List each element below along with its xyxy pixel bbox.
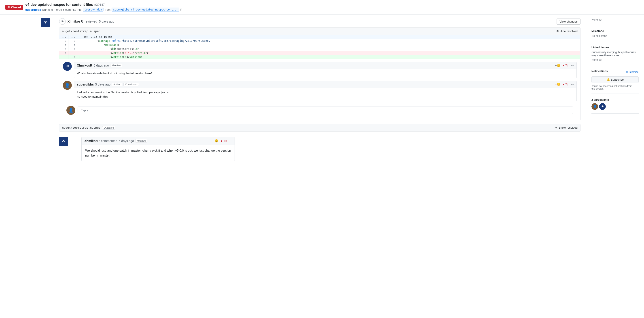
diff-file-header: nuget/bootstrap.nuspec ❄ Hide resolved (59, 28, 580, 35)
reply-input[interactable]: Reply... (78, 107, 573, 114)
diff-file-name: nuget/bootstrap.nuspec (62, 29, 100, 33)
comment2-body: supergibbs 5 days ago Author Contributor… (74, 81, 577, 101)
reply-avatar: 👤 (66, 106, 75, 115)
from-label: from (105, 8, 110, 11)
comment2-author[interactable]: supergibbs (77, 83, 94, 86)
comment1-more-btn[interactable]: ··· (571, 63, 574, 67)
source-branch[interactable]: supergibbs:v4-dev-updated-nuspec-cont... (112, 7, 179, 12)
sidebar-participants-label: 2 participants (592, 98, 639, 101)
comment1-author[interactable]: XhmikosR (77, 64, 92, 67)
comment2-avatar: 👤 (63, 81, 72, 90)
notif-text: You're not receiving notifications fromt… (592, 85, 639, 90)
sidebar-customize-link[interactable]: Customize (626, 71, 639, 74)
sidebar-none-yet-top: None yet (592, 18, 639, 25)
pr-number: #30147 (94, 3, 105, 6)
diff-comment-thread: 👁 XhmikosR 5 days ago Member +😊 (59, 59, 580, 120)
diff-hunk-header: @@ -2,16 +2,16 @@ (82, 35, 580, 39)
comment1-emoji-btn[interactable]: +😊 (555, 64, 560, 67)
bottom-comment-emoji-btn[interactable]: +😊 (213, 139, 218, 143)
reviewer-name[interactable]: XhmikosR (68, 20, 83, 23)
diff-comment-2: 👤 supergibbs 5 days ago Author Contribut… (63, 81, 577, 101)
comment2-actions: +😊 ▲ Tip ··· (555, 82, 574, 86)
participant-1-avatar: 👤 (592, 103, 598, 110)
outdated-tag: Outdated (102, 126, 116, 130)
review-header: 👁 XhmikosR reviewed 5 days ago View chan… (59, 18, 580, 25)
sidebar-notifications: Notifications Customize 🔔 Subscribe You'… (592, 70, 639, 94)
participants-row: 👤 👁 (592, 103, 639, 110)
bottom-comment-avatar: 👁 (59, 137, 68, 146)
pr-author[interactable]: supergibbs (25, 8, 41, 11)
comment1-time: 5 days ago (94, 64, 109, 67)
review-block: 👁 XhmikosR reviewed 5 days ago View chan… (59, 18, 580, 132)
sidebar-none-yet-label: None yet (592, 18, 639, 21)
comment1-header: XhmikosR 5 days ago Member +😊 ▲ Tip (74, 62, 576, 69)
diff-container: nuget/bootstrap.nuspec ❄ Hide resolved .… (59, 27, 580, 120)
comment2-time: 5 days ago (95, 83, 110, 86)
diff-row: 2 2 <package xmlns="http://schemas.micro… (59, 39, 580, 43)
reply-row: 👤 Reply... (63, 104, 577, 118)
main-layout: 👁 👁 XhmikosR reviewed 5 days ago View ch… (0, 14, 644, 168)
outdated-file-bar: nuget/bootstrap.nuspec Outdated ❄ Show r… (59, 124, 580, 132)
bottom-comment-tip-btn[interactable]: ▲ Tip (220, 139, 227, 143)
pr-meta: supergibbs wants to merge 5 commits into… (25, 7, 182, 12)
sidebar-milestone: Milestone No milestone (592, 29, 639, 41)
bottom-comment-block: XhmikosR commented 5 days ago Member +😊 … (82, 137, 235, 161)
sidebar-participants: 2 participants 👤 👁 (592, 98, 639, 114)
sidebar-milestone-value: No milestone (592, 34, 639, 37)
diff-hunk-row: ... ... @@ -2,16 +2,16 @@ (59, 35, 580, 39)
comment1-body: XhmikosR 5 days ago Member +😊 ▲ Tip (74, 62, 577, 78)
sidebar-linked-issues: Linked issues Successfully merging this … (592, 46, 639, 65)
subscribe-button[interactable]: 🔔 Subscribe (592, 76, 639, 83)
comment1-content: What's the rationale behind not using th… (74, 69, 576, 78)
bottom-comment-action: commented (101, 139, 117, 143)
review-time: 5 days ago (99, 20, 114, 23)
pr-title: v4-dev updated nuspec for content files (25, 3, 93, 7)
closed-badge: ⊗ Closed (5, 5, 23, 10)
closed-icon: ⊗ (8, 5, 10, 9)
left-gutter: 👁 (0, 14, 54, 168)
reply-placeholder: Reply... (80, 109, 90, 112)
comment2-emoji-btn[interactable]: +😊 (555, 83, 560, 86)
sidebar-linked-issues-value: None yet (592, 58, 639, 61)
reviewer-avatar-img: 👁 (41, 18, 50, 27)
hide-resolved-button[interactable]: ❄ Hide resolved (556, 29, 578, 33)
sidebar-linked-issues-desc: Successfully merging this pull requestma… (592, 51, 639, 57)
bottom-comment-more-btn[interactable]: ··· (229, 139, 232, 143)
comment2-tip-btn[interactable]: ▲ Tip (562, 83, 569, 86)
diff-table: ... ... @@ -2,16 +2,16 @@ 2 2 <package x… (59, 35, 580, 59)
comment2-more-btn[interactable]: ··· (571, 82, 574, 86)
diff-comment-1: 👁 XhmikosR 5 days ago Member +😊 (63, 62, 577, 78)
review-header-left: 👁 XhmikosR reviewed 5 days ago (59, 18, 114, 25)
bottom-comment-author[interactable]: XhmikosR (84, 139, 100, 143)
outdated-file-name: nuget/bootstrap.nuspec (62, 126, 100, 129)
comment1-tip-btn[interactable]: ▲ Tip (562, 64, 569, 67)
diff-added-row: 5 + <version>4</version> (59, 55, 580, 59)
sidebar-milestone-label: Milestone (592, 29, 639, 33)
comment2-badge2: Contributor (124, 83, 139, 86)
review-action: reviewed (84, 20, 97, 23)
comment1-badge: Member (110, 64, 122, 67)
comment2-badge1: Author (112, 83, 122, 86)
participant-2-avatar: 👁 (599, 103, 606, 110)
pr-meta-text: wants to merge 5 commits into (42, 8, 82, 11)
view-changes-button[interactable]: View changes (556, 18, 580, 24)
right-sidebar: None yet Milestone No milestone Linked i… (586, 14, 644, 168)
bottom-comment-time: 5 days ago (119, 139, 134, 143)
bottom-comment-header: XhmikosR commented 5 days ago Member +😊 … (82, 137, 234, 145)
comment2-content: I added a comment to the file; the versi… (74, 88, 576, 101)
reviewer-avatar-side: 👁 (41, 18, 50, 27)
diff-old-num: ... (59, 35, 68, 39)
snowflake2-icon: ❄ (555, 126, 558, 129)
bottom-comment-badge: Member (135, 139, 147, 143)
snowflake-icon: ❄ (556, 29, 559, 33)
comment1-avatar: 👁 (63, 62, 72, 71)
diff-row: 3 3 <metadata> (59, 43, 580, 47)
comment1-actions: +😊 ▲ Tip ··· (555, 63, 574, 67)
target-branch[interactable]: twbs:v4-dev (83, 7, 104, 12)
diff-new-num: ... (68, 35, 77, 39)
copy-icon[interactable]: ⎘ (180, 8, 182, 11)
show-resolved-button[interactable]: ❄ Show resolved (555, 126, 578, 129)
sidebar-linked-issues-label: Linked issues (592, 46, 639, 49)
diff-removed-row: 5 - <version>4.4.1</version> (59, 51, 580, 55)
bottom-comment-content: We should just land one patch in master,… (82, 145, 234, 161)
